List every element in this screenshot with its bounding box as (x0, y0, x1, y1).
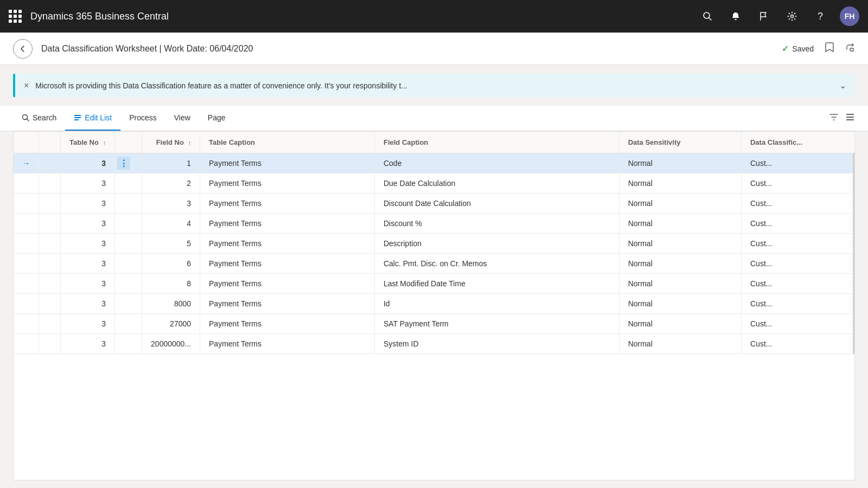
banner-close-button[interactable]: × (24, 81, 29, 91)
cell-table-caption: Payment Terms (200, 254, 375, 274)
row-context-menu[interactable]: ⋮ (115, 153, 142, 174)
search-icon[interactable] (699, 8, 716, 25)
page-label: Page (208, 113, 226, 122)
bell-icon[interactable] (727, 8, 744, 25)
row-indicator (14, 234, 39, 254)
cell-field-caption: Description (374, 234, 619, 254)
svg-rect-7 (74, 117, 81, 118)
col-header-table-no[interactable]: Table No ↑ (61, 132, 115, 153)
col-header-data-sensitivity[interactable]: Data Sensitivity (619, 132, 741, 153)
table-row[interactable]: 38Payment TermsLast Modified Date TimeNo… (14, 274, 854, 294)
waffle-menu-icon[interactable] (9, 10, 22, 23)
cell-data-classification: Cust... (741, 214, 853, 234)
row-context-menu[interactable] (115, 194, 142, 214)
col-header-field-no[interactable]: Field No ↑ (142, 132, 200, 153)
cell-data-classification: Cust... (741, 314, 853, 334)
page-button[interactable]: Page (199, 106, 234, 131)
notification-banner: × Microsoft is providing this Data Class… (13, 74, 855, 97)
banner-expand-icon[interactable]: ⌄ (839, 80, 846, 91)
bookmark-icon[interactable] (825, 42, 834, 55)
table-row[interactable]: 38000Payment TermsIdNormalCust... (14, 294, 854, 314)
settings-icon[interactable] (783, 8, 801, 25)
cell-field-caption: Code (374, 153, 619, 174)
cell-data-sensitivity: Normal (619, 194, 741, 214)
cell-data-sensitivity: Normal (619, 214, 741, 234)
svg-line-1 (709, 18, 712, 21)
filter-icon[interactable] (829, 112, 839, 125)
context-menu-button[interactable]: ⋮ (117, 157, 130, 170)
share-icon[interactable] (845, 42, 855, 55)
header-actions: ✓ Saved (782, 42, 855, 55)
saved-status: ✓ Saved (782, 43, 814, 54)
cell-data-sensitivity: Normal (619, 294, 741, 314)
row-indicator (14, 194, 39, 214)
cell-data-classification: Cust... (741, 274, 853, 294)
table-row[interactable]: 35Payment TermsDescriptionNormalCust... (14, 234, 854, 254)
row-context-menu[interactable] (115, 174, 142, 194)
cell-field-no: 8000 (142, 294, 200, 314)
banner-message: Microsoft is providing this Data Classif… (35, 81, 833, 90)
cell-table-caption: Payment Terms (200, 334, 375, 354)
list-view-icon[interactable] (845, 112, 855, 125)
svg-rect-3 (850, 48, 853, 51)
view-button[interactable]: View (165, 106, 199, 131)
cell-table-no: 3 (61, 214, 115, 234)
row-context-menu[interactable] (115, 334, 142, 354)
cell-data-classification: Cust... (741, 153, 853, 174)
cell-data-classification: Cust... (741, 294, 853, 314)
svg-rect-9 (846, 114, 854, 115)
cell-table-caption: Payment Terms (200, 234, 375, 254)
table-row[interactable]: 33Payment TermsDiscount Date Calculation… (14, 194, 854, 214)
process-button[interactable]: Process (120, 106, 165, 131)
row-context-menu[interactable] (115, 274, 142, 294)
svg-rect-10 (846, 117, 854, 118)
row-context-menu[interactable] (115, 254, 142, 274)
cell-data-classification: Cust... (741, 254, 853, 274)
cell-table-no: 3 (61, 234, 115, 254)
toolbar: Search Edit List Process View Page (0, 106, 868, 131)
cell-table-no: 3 (61, 334, 115, 354)
saved-label: Saved (792, 44, 814, 53)
row-nav-arrow (39, 194, 61, 214)
table-row[interactable]: 327000Payment TermsSAT Payment TermNorma… (14, 314, 854, 334)
user-avatar[interactable]: FH (840, 7, 859, 26)
cell-field-caption: Last Modified Date Time (374, 274, 619, 294)
col-header-table-caption[interactable]: Table Caption (200, 132, 375, 153)
row-nav-arrow (39, 274, 61, 294)
cell-data-classification: Cust... (741, 334, 853, 354)
back-button[interactable] (13, 39, 33, 59)
cell-data-sensitivity: Normal (619, 153, 741, 174)
app-title: Dynamics 365 Business Central (30, 11, 690, 22)
cell-field-no: 4 (142, 214, 200, 234)
flag-icon[interactable] (755, 8, 773, 25)
checkmark-icon: ✓ (782, 43, 789, 54)
row-indicator (14, 214, 39, 234)
cell-field-no: 5 (142, 234, 200, 254)
top-navigation: Dynamics 365 Business Central ? FH (0, 0, 868, 33)
col-header-context (115, 132, 142, 153)
table-header-row: Table No ↑ Field No ↑ Table Caption Fiel… (14, 132, 854, 153)
row-context-menu[interactable] (115, 314, 142, 334)
col-header-data-classification[interactable]: Data Classific... (741, 132, 853, 153)
row-context-menu[interactable] (115, 234, 142, 254)
row-context-menu[interactable] (115, 294, 142, 314)
cell-field-caption: Calc. Pmt. Disc. on Cr. Memos (374, 254, 619, 274)
row-indicator (14, 174, 39, 194)
edit-list-button[interactable]: Edit List (65, 106, 120, 131)
row-nav-arrow (39, 153, 61, 174)
table-row[interactable]: 34Payment TermsDiscount %NormalCust... (14, 214, 854, 234)
table-row[interactable]: 36Payment TermsCalc. Pmt. Disc. on Cr. M… (14, 254, 854, 274)
search-button[interactable]: Search (13, 106, 65, 131)
col-header-field-caption[interactable]: Field Caption (374, 132, 619, 153)
cell-table-no: 3 (61, 274, 115, 294)
cell-field-caption: SAT Payment Term (374, 314, 619, 334)
help-icon[interactable]: ? (812, 8, 829, 25)
cell-table-caption: Payment Terms (200, 314, 375, 334)
table-row[interactable]: 320000000...Payment TermsSystem IDNormal… (14, 334, 854, 354)
table-row[interactable]: 32Payment TermsDue Date CalculationNorma… (14, 174, 854, 194)
row-nav-arrow (39, 334, 61, 354)
cell-data-sensitivity: Normal (619, 234, 741, 254)
row-nav-arrow (39, 314, 61, 334)
table-row[interactable]: →3⋮1Payment TermsCodeNormalCust... (14, 153, 854, 174)
row-context-menu[interactable] (115, 214, 142, 234)
